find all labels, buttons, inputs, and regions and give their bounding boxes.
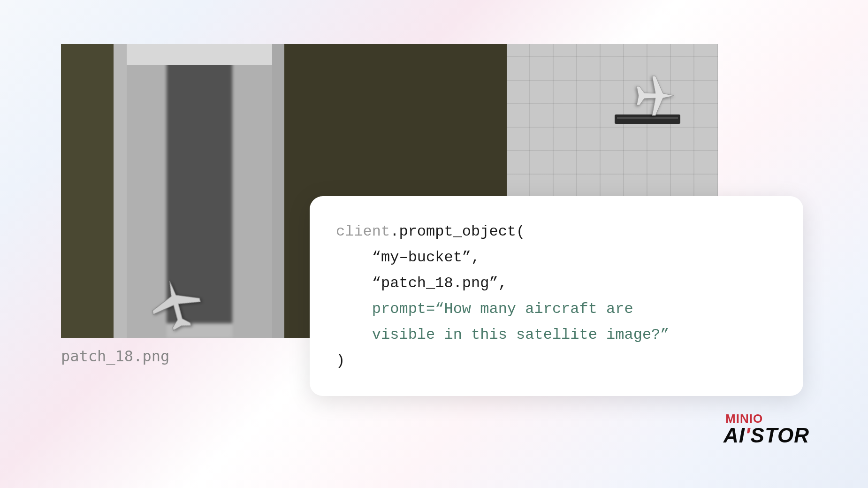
code-snippet-card: client.prompt_object( “my–bucket”, “patc… [310, 196, 803, 396]
code-kwarg-prompt-value: “How many aircraft are [435, 300, 633, 318]
code-token-client: client [336, 223, 390, 240]
code-arg-bucket: “my–bucket”, [336, 249, 480, 266]
code-kwarg-prompt-value-cont: visible in this satellite image?” [336, 326, 670, 343]
runway-threshold [127, 44, 272, 65]
logo-brand-aistor: AI'STOR [723, 426, 809, 445]
aircraft-icon [631, 61, 678, 131]
code-close-paren: ) [336, 352, 345, 369]
code-arg-filename: “patch_18.png”, [336, 274, 507, 292]
code-kwarg-prompt-key: prompt= [336, 300, 435, 318]
code-block: client.prompt_object( “my–bucket”, “patc… [336, 219, 777, 374]
image-filename-label: patch_18.png [61, 347, 169, 365]
code-token-method: .prompt_object( [390, 223, 525, 240]
minio-aistor-logo: MINIO AI'STOR [723, 412, 809, 445]
